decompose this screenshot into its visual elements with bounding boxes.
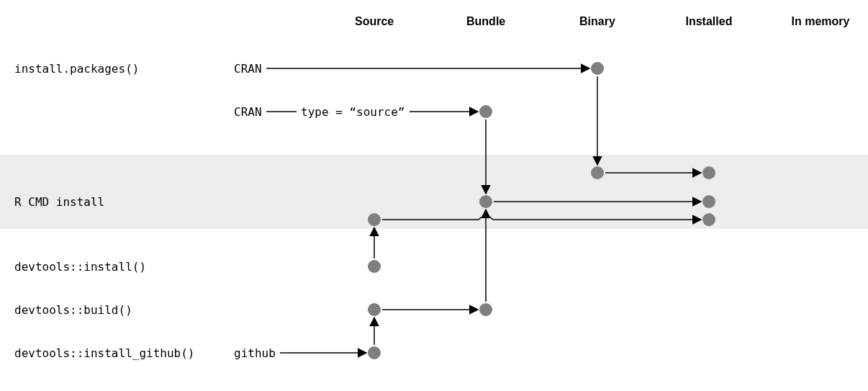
col-installed: Installed <box>686 15 733 28</box>
col-source: Source <box>355 15 394 28</box>
dot-d_installed_band1 <box>702 166 715 179</box>
dot-d_source_build <box>368 303 381 316</box>
dot-d_bundle_cransrc <box>479 105 492 118</box>
dot-d_bundle_band <box>479 195 492 208</box>
dot-d_installed_band2 <box>702 195 715 208</box>
diagram-svg <box>0 0 868 391</box>
dot-d_source_band <box>368 213 381 226</box>
arrow-source-to-installed-hop <box>382 216 701 220</box>
dot-d_bundle_build <box>479 303 492 316</box>
col-inmemory: In memory <box>792 15 850 28</box>
dot-d_source_install <box>368 260 381 273</box>
col-binary: Binary <box>579 15 615 28</box>
dot-d_installed_band3 <box>702 213 715 226</box>
col-bundle: Bundle <box>466 15 505 28</box>
dot-d_source_github <box>368 346 381 359</box>
dots-group <box>368 62 715 359</box>
dot-d_binary_ip <box>591 62 604 75</box>
dot-d_binary_band <box>591 166 604 179</box>
